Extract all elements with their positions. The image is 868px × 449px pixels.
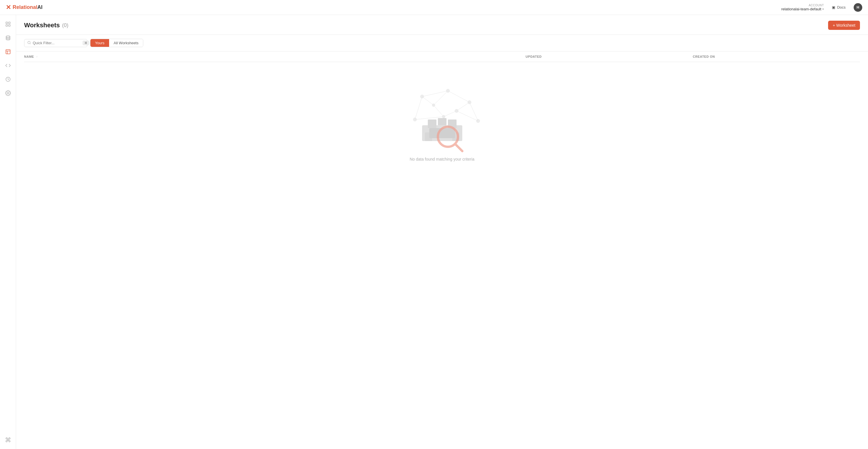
- docs-icon: ▣: [832, 5, 835, 9]
- svg-rect-34: [438, 118, 446, 125]
- page-title: Worksheets (0): [24, 22, 68, 29]
- count-badge: (0): [62, 22, 68, 28]
- docs-label: Docs: [837, 5, 846, 9]
- sidebar-item-grid[interactable]: [2, 19, 14, 30]
- column-header-name[interactable]: NAME ↑: [24, 52, 526, 62]
- sidebar-item-command[interactable]: [2, 434, 14, 446]
- kbd-cmd: ⌘: [83, 41, 89, 45]
- svg-line-25: [434, 91, 448, 105]
- empty-illustration: [396, 79, 488, 157]
- svg-line-28: [457, 102, 469, 111]
- svg-point-9: [7, 92, 9, 94]
- svg-line-11: [30, 43, 30, 44]
- sidebar-item-database[interactable]: [2, 32, 14, 44]
- column-header-created[interactable]: CREATED ON: [693, 52, 860, 62]
- search-icon: [27, 41, 31, 46]
- main-content: Worksheets (0) + Worksheet ⌘ K You: [16, 15, 868, 449]
- logo: ✕ RelationalAI: [6, 4, 42, 11]
- content-header: Worksheets (0) + Worksheet: [16, 15, 868, 35]
- docs-button[interactable]: ▣ Docs: [830, 4, 848, 11]
- svg-rect-5: [6, 50, 10, 54]
- svg-line-24: [422, 96, 434, 105]
- sidebar: [0, 15, 16, 449]
- sidebar-item-history[interactable]: [2, 73, 14, 85]
- logo-relational: RelationalAI: [12, 4, 42, 10]
- svg-rect-2: [6, 25, 7, 26]
- svg-line-23: [415, 96, 422, 120]
- sidebar-item-code[interactable]: [2, 60, 14, 71]
- search-input[interactable]: [33, 41, 81, 45]
- svg-rect-32: [428, 120, 436, 128]
- svg-line-27: [444, 111, 457, 117]
- add-worksheet-button[interactable]: + Worksheet: [828, 21, 860, 30]
- tab-all-worksheets[interactable]: All Worksheets: [109, 39, 143, 47]
- avatar[interactable]: H: [854, 3, 862, 12]
- data-table: NAME ↑ UPDATED CREATED ON: [24, 52, 860, 184]
- svg-rect-3: [8, 25, 10, 26]
- svg-line-39: [455, 144, 462, 151]
- page-title-text: Worksheets: [24, 22, 60, 29]
- app-body: Worksheets (0) + Worksheet ⌘ K You: [0, 15, 868, 449]
- logo-icon: ✕: [6, 4, 11, 11]
- filters-bar: ⌘ K Yours All Worksheets: [16, 35, 868, 52]
- svg-line-22: [469, 102, 478, 121]
- empty-state: No data found matching your criteria: [24, 62, 860, 184]
- svg-line-30: [457, 111, 478, 121]
- tab-yours[interactable]: Yours: [90, 39, 109, 47]
- sort-arrow-icon: ↑: [36, 55, 38, 58]
- svg-rect-1: [8, 22, 10, 24]
- svg-line-26: [434, 105, 444, 117]
- account-name-row: relationalai-team-default ▾: [781, 7, 824, 11]
- account-label: Account: [809, 4, 824, 7]
- svg-rect-0: [6, 22, 7, 24]
- svg-point-4: [6, 36, 10, 37]
- chevron-down-icon: ▾: [823, 7, 824, 11]
- nav-right: Account relationalai-team-default ▾ ▣ Do…: [781, 3, 862, 12]
- svg-line-20: [422, 91, 448, 96]
- column-header-updated[interactable]: UPDATED: [526, 52, 693, 62]
- svg-point-10: [28, 41, 30, 44]
- account-name: relationalai-team-default: [781, 7, 821, 11]
- empty-message: No data found matching your criteria: [410, 157, 475, 161]
- svg-line-21: [448, 91, 469, 102]
- tab-group: Yours All Worksheets: [90, 39, 143, 47]
- account-selector[interactable]: Account relationalai-team-default ▾: [781, 4, 824, 11]
- top-nav: ✕ RelationalAI Account relationalai-team…: [0, 0, 868, 15]
- sidebar-item-settings[interactable]: [2, 87, 14, 99]
- search-wrapper: ⌘ K: [24, 39, 87, 47]
- sidebar-item-worksheet[interactable]: [2, 46, 14, 57]
- table-container: NAME ↑ UPDATED CREATED ON: [16, 52, 868, 449]
